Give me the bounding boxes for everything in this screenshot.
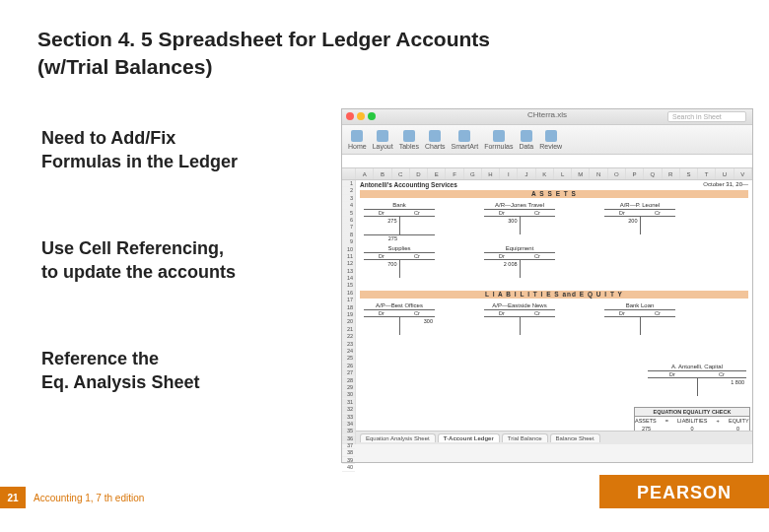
t-account: BankDrCr275275 <box>364 202 435 241</box>
t-account-body: 300 <box>484 217 555 234</box>
row-header: 24 <box>342 348 355 355</box>
t-account-name: A/P—Best Offices <box>364 302 435 310</box>
grid: 1234567891011121314151617181920212223242… <box>342 180 752 444</box>
t-account: A/P—Best OfficesDrCr300 <box>364 302 435 335</box>
bullet-3: Reference the Eq. Analysis Sheet <box>41 347 327 395</box>
row-header: 1 <box>342 180 355 187</box>
ribbon-label: Layout <box>373 143 393 150</box>
ribbon: HomeLayoutTablesChartsSmartArtFormulasDa… <box>342 125 752 155</box>
row-header: 40 <box>342 464 355 471</box>
row-header: 33 <box>342 414 355 421</box>
column-header: I <box>500 168 518 179</box>
t-account-name: A/R—P. Leonel <box>604 202 675 210</box>
row-header: 30 <box>342 391 355 398</box>
row-header: 26 <box>342 363 355 369</box>
ribbon-label: Data <box>519 143 533 150</box>
t-account-header: DrCr <box>364 210 435 217</box>
ribbon-label: Tables <box>399 143 419 150</box>
column-header: U <box>716 168 734 179</box>
ribbon-label: Review <box>539 143 562 150</box>
t-account-balance: 275 <box>364 234 435 241</box>
t-account: A/P—Eastside NewsDrCr <box>484 302 555 335</box>
ribbon-tab: Review <box>539 130 562 150</box>
column-header: K <box>536 168 554 179</box>
close-icon <box>346 112 354 120</box>
row-header: 12 <box>342 260 355 267</box>
column-header: B <box>374 168 391 179</box>
equation-check-title: EQUATION EQUALITY CHECK <box>635 408 749 417</box>
column-header: T <box>698 168 716 179</box>
column-header: J <box>518 168 535 179</box>
row-header: 13 <box>342 268 355 275</box>
column-headers: ABCDEFGHIJKLMNOPQRSTUV <box>342 168 752 180</box>
t-account-header: DrCr <box>484 253 555 260</box>
page-number: 21 <box>0 487 26 508</box>
row-header: 9 <box>342 238 355 245</box>
t-account-body: 300 <box>364 317 435 335</box>
row-header: 39 <box>342 457 355 464</box>
row-header: 36 <box>342 435 355 442</box>
t-account-capital: A. Antonelli, Capital DrCr 1 800 <box>648 364 746 396</box>
sheet-content: Antonelli's Accounting Services October … <box>356 180 752 444</box>
row-header: 28 <box>342 377 355 384</box>
column-header: F <box>446 168 463 179</box>
t-account: Bank LoanDrCr <box>604 302 675 335</box>
bullet-2-line-b: to update the accounts <box>41 262 236 282</box>
t-account-name: Equipment <box>484 245 555 253</box>
t-account-name: A. Antonelli, Capital <box>648 364 746 371</box>
t-account-body: 2 008 <box>484 260 555 278</box>
ribbon-tab: Home <box>348 130 367 150</box>
zoom-icon <box>368 112 376 120</box>
row-header: 10 <box>342 246 355 253</box>
row-header: 29 <box>342 384 355 391</box>
column-header: O <box>608 168 626 179</box>
minimize-icon <box>357 112 365 120</box>
ribbon-icon <box>493 130 505 142</box>
row-header: 14 <box>342 275 355 282</box>
column-header: A <box>356 168 374 179</box>
equation-check-headers: ASSETS=LIABILITIES+EQUITY <box>635 417 749 425</box>
corner-cell <box>342 168 356 179</box>
row-headers: 1234567891011121314151617181920212223242… <box>342 180 356 444</box>
column-header: H <box>482 168 500 179</box>
bullet-1: Need to Add/Fix Formulas in the Ledger <box>41 126 327 174</box>
footer-left: 21 Accounting 1, 7 th edition <box>0 487 144 508</box>
window-titlebar: CHterra.xls Search in Sheet <box>342 109 752 125</box>
slide: Section 4. 5 Spreadsheet for Ledger Acco… <box>0 0 769 532</box>
row-header: 19 <box>342 311 355 318</box>
row-header: 32 <box>342 406 355 413</box>
slide-title: Section 4. 5 Spreadsheet for Ledger Acco… <box>37 26 590 82</box>
formula-bar <box>342 155 752 168</box>
sheet-tab: Balance Sheet <box>550 433 600 442</box>
sheet-tab: T-Account Ledger <box>438 433 500 442</box>
t-account-header: DrCr <box>364 310 435 317</box>
t-account-name: Supplies <box>364 245 435 253</box>
t-account: A/R—Jones TravelDrCr300 <box>484 202 555 234</box>
ribbon-icon <box>521 130 532 142</box>
window-controls <box>346 112 376 120</box>
row-header: 17 <box>342 297 355 303</box>
ribbon-label: Home <box>348 143 367 150</box>
ribbon-label: SmartArt <box>452 143 479 150</box>
bullet-1-line-a: Need to Add/Fix <box>41 128 175 148</box>
row-header: 21 <box>342 326 355 333</box>
ribbon-icon <box>351 130 363 142</box>
ribbon-icon <box>377 130 388 142</box>
bullet-2: Use Cell Referencing, to update the acco… <box>41 236 327 285</box>
section-assets: A S S E T S <box>360 190 748 198</box>
t-account-name: A/R—Jones Travel <box>484 202 555 210</box>
t-account-body: 1 800 <box>648 378 746 396</box>
row-header: 34 <box>342 421 355 428</box>
row-header: 8 <box>342 232 355 238</box>
t-account: EquipmentDrCr2 008 <box>484 245 555 278</box>
brand-logo: PEARSON <box>637 483 732 503</box>
column-header: V <box>734 168 752 179</box>
column-header: D <box>410 168 428 179</box>
row-header: 3 <box>342 195 355 202</box>
row-header: 35 <box>342 428 355 434</box>
row-header: 16 <box>342 290 355 297</box>
ribbon-tab: Charts <box>425 130 446 150</box>
t-account-body: 700 <box>364 260 435 278</box>
t-account-body <box>604 317 675 335</box>
footer-text: Accounting 1, 7 th edition <box>34 493 144 503</box>
